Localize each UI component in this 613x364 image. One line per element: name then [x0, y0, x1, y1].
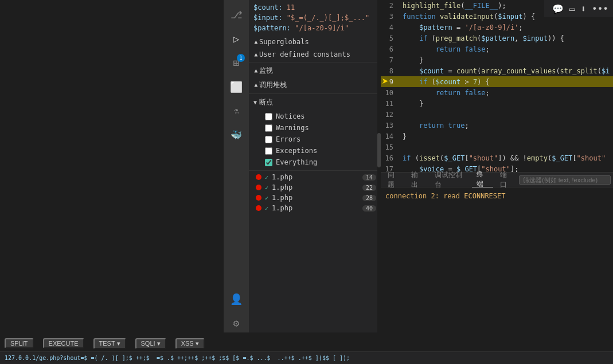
line-content-7: } — [398, 56, 423, 64]
tab-ports[interactable]: 端口 — [495, 173, 517, 187]
code-line-14: 14 } — [381, 131, 613, 142]
check-icon-3: ✓ — [265, 205, 268, 212]
breakpoint-everything[interactable]: Everything — [249, 156, 381, 168]
errors-checkbox[interactable] — [265, 136, 272, 143]
debug-entry-0[interactable]: ✓ 1.php 14 — [249, 172, 381, 182]
breakpoints-header[interactable]: ▼ 断点 — [249, 95, 381, 109]
breakpoint-errors[interactable]: Errors — [249, 134, 381, 145]
tab-problems[interactable]: 问题 — [383, 173, 404, 187]
tab-terminal[interactable]: 终端 — [472, 173, 493, 187]
user-constants-header[interactable]: ▶ User defined constants — [249, 48, 381, 61]
url-bar: 127.0.0.1/ge.php?shout=$_=(_/._)[_];$_++… — [0, 351, 613, 364]
sqli-button[interactable]: SQLI — [135, 338, 166, 349]
line-content-16: if (isset($_GET["shout"]) && !empty($_GE… — [398, 154, 606, 162]
warnings-checkbox[interactable] — [265, 124, 272, 132]
breakpoint-warnings[interactable]: Warnings — [249, 122, 381, 134]
variables-section: $count: 11 $input: "$_=(_/._)[_];$_..." … — [249, 0, 381, 36]
line-number-8: 8 — [381, 67, 398, 75]
remote-icon[interactable]: ⬜ — [227, 77, 246, 96]
action-bar: SPLIT EXECUTE TEST SQLI XSS — [0, 335, 224, 351]
code-line-10: 10 return false; — [381, 87, 613, 98]
code-line-13: 13 return true; — [381, 120, 613, 131]
line-content-4: $pattern = '/[a-z0-9]/i'; — [398, 24, 523, 32]
input-variable: $input: "$_=(_/._)[_];$_..." — [253, 13, 376, 23]
exceptions-checkbox[interactable] — [265, 147, 272, 155]
superglobals-arrow: ▶ — [252, 40, 259, 44]
breakpoint-dot-2 — [256, 195, 261, 201]
flask-icon[interactable]: ⚗ — [227, 101, 246, 120]
extensions-icon[interactable]: ⊞ 1 — [227, 53, 246, 72]
code-line-8: 8 $count = count(array_count_values(str_… — [381, 65, 613, 76]
code-line-9: 9 ⮞ if ($count > 7) { — [381, 76, 613, 87]
docker-icon[interactable]: 🐳 — [227, 125, 246, 144]
download-icon[interactable]: ⬇ — [580, 3, 586, 14]
activity-bar: ⎇ ▷ ⊞ 1 ⬜ ⚗ 🐳 👤 ⚙ — [224, 0, 249, 332]
code-line-5: 5 if (preg_match($pattern, $input)) { — [381, 33, 613, 44]
breakpoint-exceptions[interactable]: Exceptions — [249, 145, 381, 156]
xss-button[interactable]: XSS — [175, 338, 205, 349]
line-content-10: return false; — [398, 89, 490, 97]
run-debug-icon[interactable]: ▷ — [227, 29, 246, 48]
line-content-2: highlight_file(__FILE__); — [398, 2, 506, 10]
tab-debug-console[interactable]: 调试控制台 — [430, 173, 470, 187]
monitor-label: 监视 — [259, 66, 273, 76]
terminal-tabs: 问题 输出 调试控制台 终端 端口 — [381, 173, 613, 187]
debug-file-2: 1.php — [272, 194, 292, 202]
line-number-6: 6 — [381, 45, 398, 53]
line-number-3: 3 — [381, 13, 398, 21]
line-content-13: return true; — [398, 122, 469, 130]
line-badge-0: 14 — [362, 174, 376, 181]
errors-label: Errors — [276, 135, 300, 143]
breakpoint-dot-1 — [256, 185, 261, 190]
callstack-header[interactable]: ▶ 调用堆栈 — [249, 78, 381, 92]
line-content-5: if (preg_match($pattern, $input)) { — [398, 34, 564, 42]
filter-input[interactable] — [519, 175, 611, 185]
tab-output[interactable]: 输出 — [407, 173, 428, 187]
breakpoints-label: 断点 — [259, 97, 273, 107]
notices-checkbox[interactable] — [265, 113, 272, 120]
callstack-arrow: ▶ — [252, 83, 259, 87]
callstack-label: 调用堆栈 — [259, 80, 287, 90]
user-constants-arrow: ▶ — [252, 53, 259, 56]
check-icon-2: ✓ — [265, 195, 268, 201]
line-content-8: $count = count(array_count_values(str_sp… — [398, 67, 610, 75]
divider-3 — [249, 170, 381, 171]
exceptions-label: Exceptions — [276, 147, 317, 155]
superglobals-header[interactable]: ▶ Superglobals — [249, 36, 381, 48]
breakpoint-notices[interactable]: Notices — [249, 111, 381, 122]
check-icon-0: ✓ — [265, 174, 268, 181]
more-icon[interactable]: ••• — [592, 3, 608, 14]
debug-entry-3[interactable]: ✓ 1.php 40 — [249, 203, 381, 213]
everything-checkbox[interactable] — [265, 159, 272, 166]
layout-icon[interactable]: ▭ — [569, 3, 575, 14]
terminal-filter — [519, 175, 611, 185]
terminal-content: connection 2: read ECONNRESET — [381, 187, 613, 205]
debug-arrow: ⮞ — [382, 78, 388, 85]
monitor-arrow: ▶ — [252, 69, 259, 72]
check-icon-1: ✓ — [265, 185, 268, 191]
line-number-5: 5 — [381, 34, 398, 42]
debug-entry-2[interactable]: ✓ 1.php 28 — [249, 193, 381, 203]
code-line-16: 16 if (isset($_GET["shout"]) && !empty($… — [381, 152, 613, 163]
breakpoints-arrow: ▼ — [253, 99, 257, 105]
settings-icon[interactable]: ⚙ — [227, 313, 246, 332]
code-line-12: 12 — [381, 109, 613, 120]
breakpoint-dot-3 — [256, 205, 261, 211]
account-icon[interactable]: 👤 — [227, 289, 246, 308]
debug-file-1: 1.php — [272, 183, 292, 191]
split-button[interactable]: SPLIT — [5, 338, 34, 349]
line-content-14: } — [398, 132, 407, 140]
line-number-13: 13 — [381, 122, 398, 130]
monitor-header[interactable]: ▶ 监视 — [249, 64, 381, 78]
debug-entries-list: ✓ 1.php 14 ✓ 1.php 22 ✓ 1.php 28 ✓ — [249, 172, 381, 213]
user-constants-label: User defined constants — [259, 50, 350, 58]
chat-icon[interactable]: 💬 — [552, 3, 564, 14]
test-button[interactable]: TEST — [93, 338, 126, 349]
debug-entry-1[interactable]: ✓ 1.php 22 — [249, 182, 381, 193]
source-control-icon[interactable]: ⎇ — [227, 5, 246, 24]
line-content-9: if ($count > 7) { — [398, 78, 490, 86]
line-number-7: 7 — [381, 56, 398, 64]
everything-label: Everything — [276, 158, 317, 166]
line-content-6: return false; — [398, 45, 490, 53]
execute-button[interactable]: EXECUTE — [43, 338, 84, 349]
